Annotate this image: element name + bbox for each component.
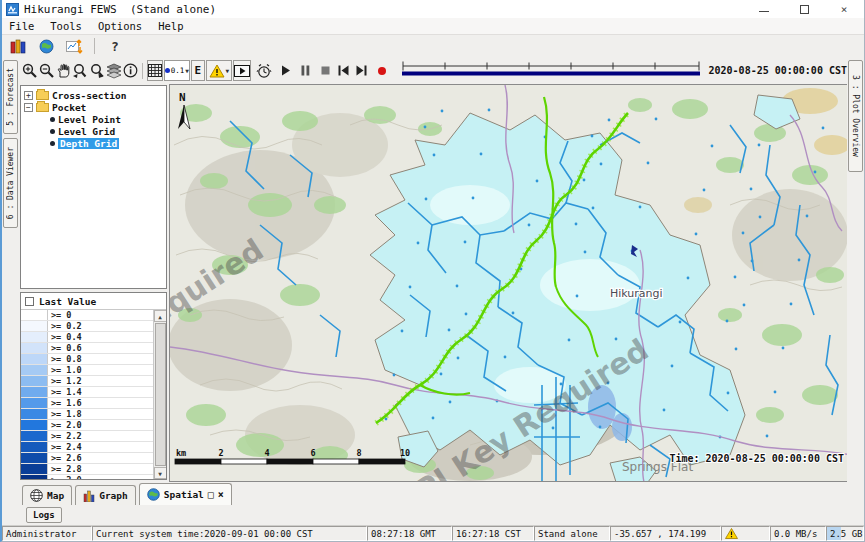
legend-row[interactable]: >= 0 xyxy=(21,310,153,321)
globe-icon[interactable] xyxy=(35,37,57,56)
zoom-out-icon[interactable] xyxy=(39,60,55,81)
time-slider-range-bar xyxy=(402,72,700,76)
last-value-checkbox[interactable] xyxy=(25,297,34,306)
menu-help[interactable]: Help xyxy=(158,20,183,32)
tab-data-viewer[interactable]: 6 : Data Viewer xyxy=(3,138,18,228)
tab-maximize-icon[interactable]: □ xyxy=(208,490,214,500)
maximize-button[interactable] xyxy=(784,0,824,18)
step-back-button[interactable] xyxy=(337,60,350,81)
close-button[interactable]: × xyxy=(824,0,864,18)
legend-row[interactable]: >= 2.4 xyxy=(21,442,153,453)
expand-icon[interactable]: + xyxy=(24,91,33,100)
layers-icon[interactable] xyxy=(106,60,122,81)
tree-item-label: Cross-section xyxy=(52,90,126,101)
toolbar-separator xyxy=(142,63,143,79)
minimize-button[interactable] xyxy=(744,0,784,18)
tab-forecast[interactable]: 5 : Forecast xyxy=(3,60,18,134)
tree-item-cross-section[interactable]: + Cross-section xyxy=(24,89,166,101)
legend-title: Last Value xyxy=(39,296,96,307)
legend-label: >= 1.4 xyxy=(48,387,82,397)
legend-row[interactable]: >= 2.0 xyxy=(21,420,153,431)
legend-header: Last Value xyxy=(21,293,166,310)
scrollbar-thumb[interactable] xyxy=(155,323,166,466)
status-coordinates: -35.657 , 174.199 xyxy=(610,526,721,541)
tree-item-depth-grid-selected[interactable]: Depth Grid xyxy=(24,137,166,149)
scale-unit-label: km xyxy=(176,448,186,458)
database-icon[interactable] xyxy=(7,37,29,56)
legend-label: >= 0.2 xyxy=(48,321,82,331)
grid-display-icon[interactable] xyxy=(147,60,163,81)
legend-row[interactable]: >= 0.4 xyxy=(21,332,153,343)
pause-button[interactable] xyxy=(299,60,312,81)
zoom-previous-icon[interactable] xyxy=(72,60,88,81)
menu-file[interactable]: File xyxy=(9,20,34,32)
memory-usage-label: 2.5 GB xyxy=(827,529,863,539)
legend-row[interactable]: >= 0.8 xyxy=(21,354,153,365)
zoom-in-icon[interactable] xyxy=(22,60,38,81)
pan-hand-icon[interactable] xyxy=(56,60,71,81)
help-button[interactable]: ? xyxy=(104,37,126,56)
scroll-up-icon[interactable]: ▲ xyxy=(154,310,167,322)
status-warning-cell[interactable] xyxy=(721,526,770,541)
map-view[interactable]: API Key Required API Key Required Hikura… xyxy=(169,84,847,482)
bottom-tab-bar: Map Graph Spatial □ × xyxy=(2,482,864,505)
legend-row[interactable]: >= 0.2 xyxy=(21,321,153,332)
timeseries-dialog-icon[interactable] xyxy=(63,37,85,56)
tree-item-level-grid[interactable]: Level Grid xyxy=(24,125,166,137)
legend-row[interactable]: >= 2.6 xyxy=(21,453,153,464)
legend-swatch xyxy=(21,409,48,419)
tab-close-icon[interactable]: × xyxy=(218,490,224,500)
legend-swatch xyxy=(21,332,48,342)
time-slider[interactable] xyxy=(400,61,702,80)
title-bar: Hikurangi FEWS (Stand alone) × xyxy=(2,0,864,18)
tab-spatial[interactable]: Spatial □ × xyxy=(139,483,232,505)
layer-tree[interactable]: + Cross-section − Pocket Level Point xyxy=(20,85,167,289)
node-bullet-icon xyxy=(50,117,55,122)
timer-settings-icon[interactable] xyxy=(256,60,272,81)
legend-row[interactable]: >= 2.2 xyxy=(21,431,153,442)
legend-row[interactable]: >= 1.4 xyxy=(21,387,153,398)
tree-item-pocket[interactable]: − Pocket xyxy=(24,101,166,113)
scroll-down-icon[interactable]: ▼ xyxy=(154,467,167,479)
legend-label: >= 2.2 xyxy=(48,431,82,441)
svg-text:2: 2 xyxy=(218,448,223,458)
legend-toggle-button[interactable]: E xyxy=(191,60,205,81)
legend-row[interactable]: >= 0.6 xyxy=(21,343,153,354)
logs-button[interactable]: Logs xyxy=(26,507,62,523)
legend-row[interactable]: >= 1.6 xyxy=(21,398,153,409)
toolbar-separator xyxy=(94,38,95,54)
animation-dialog-icon[interactable] xyxy=(233,60,251,81)
tab-spatial-label: Spatial xyxy=(164,489,204,500)
tab-plot-overview[interactable]: 3 : Plot Overview xyxy=(848,60,863,172)
info-icon[interactable] xyxy=(123,60,138,81)
legend-label: >= 1.2 xyxy=(48,376,82,386)
legend-row[interactable]: >= 3.0 xyxy=(21,475,153,479)
grid-value-dropdown[interactable]: 0.1 ▼ xyxy=(164,60,190,81)
svg-text:6: 6 xyxy=(310,448,315,458)
menu-tools[interactable]: Tools xyxy=(50,20,82,32)
tab-map[interactable]: Map xyxy=(22,485,72,505)
map-canvas[interactable]: API Key Required API Key Required Hikura… xyxy=(170,85,847,482)
play-button[interactable] xyxy=(279,60,292,81)
record-button[interactable] xyxy=(375,60,388,81)
step-forward-button[interactable] xyxy=(355,60,368,81)
legend-swatch xyxy=(21,453,48,463)
collapse-icon[interactable]: − xyxy=(24,103,33,112)
legend-row[interactable]: >= 1.8 xyxy=(21,409,153,420)
legend-row[interactable]: >= 1.2 xyxy=(21,376,153,387)
legend-row[interactable]: >= 1.0 xyxy=(21,365,153,376)
legend-swatch xyxy=(21,321,48,331)
legend-scrollbar[interactable]: ▲ ▼ xyxy=(153,310,166,479)
legend-row[interactable]: >= 2.8 xyxy=(21,464,153,475)
zoom-next-icon[interactable] xyxy=(89,60,105,81)
stop-button[interactable] xyxy=(319,60,332,81)
tree-item-level-point[interactable]: Level Point xyxy=(24,113,166,125)
status-memory: 2.5 GB xyxy=(826,526,864,541)
menu-options[interactable]: Options xyxy=(98,20,142,32)
thresholds-dropdown[interactable]: ▼ xyxy=(206,60,233,81)
warning-icon xyxy=(725,528,738,539)
logs-row: Logs xyxy=(2,505,864,525)
legend-label: >= 3.0 xyxy=(48,475,82,479)
tab-graph[interactable]: Graph xyxy=(75,485,136,505)
status-mode: Stand alone xyxy=(534,526,610,541)
